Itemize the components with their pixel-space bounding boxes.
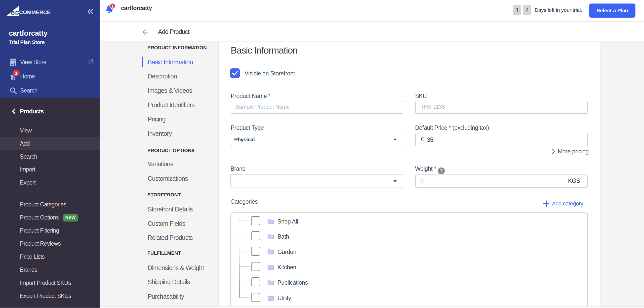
svg-text:COMMERCE: COMMERCE bbox=[19, 9, 51, 15]
svg-text:1: 1 bbox=[111, 4, 114, 8]
svg-text:BIG: BIG bbox=[11, 10, 19, 16]
